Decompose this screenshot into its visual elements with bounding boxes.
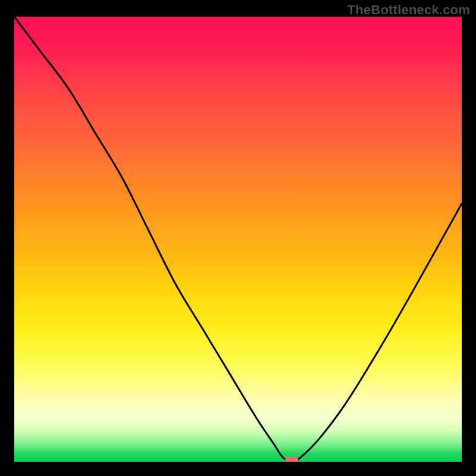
- watermark-text: TheBottleneck.com: [347, 2, 470, 18]
- minimum-marker: [285, 456, 298, 462]
- bottleneck-curve-path: [14, 17, 462, 462]
- plot-area: [14, 17, 462, 462]
- chart-frame: TheBottleneck.com: [0, 0, 476, 476]
- bottleneck-curve-svg: [14, 17, 462, 462]
